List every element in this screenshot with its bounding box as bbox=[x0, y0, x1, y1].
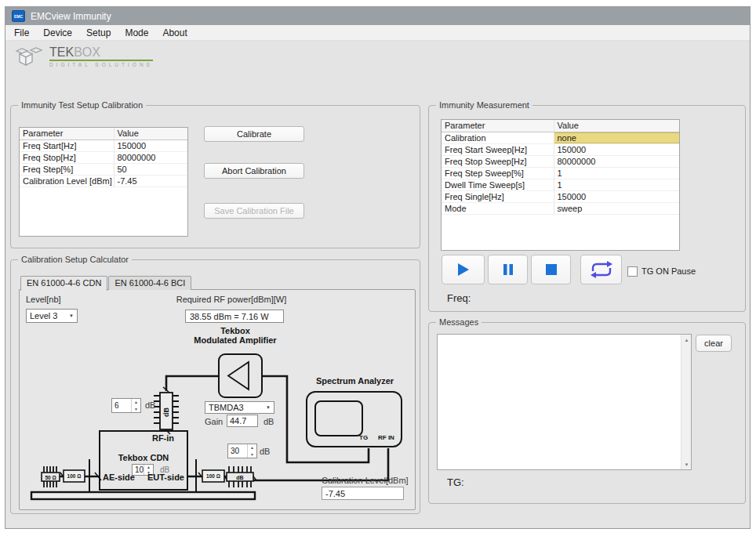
tab-en61000-4-6-bci[interactable]: EN 61000-4-6 BCI bbox=[108, 276, 191, 290]
table-row[interactable]: Freq Single[Hz]150000 bbox=[442, 190, 679, 202]
table-row[interactable]: Freq Step Sweep[%]1 bbox=[442, 167, 679, 179]
spectrum-analyzer-box: TG RF IN bbox=[306, 391, 402, 447]
table-cell[interactable]: sweep bbox=[554, 202, 679, 214]
scroll-down-icon[interactable]: ▼ bbox=[681, 459, 692, 469]
clear-button[interactable]: clear bbox=[696, 335, 732, 352]
table-cell[interactable]: Mode bbox=[442, 202, 554, 214]
amplifier-title-line1: Tekbox bbox=[157, 326, 314, 335]
table-cell[interactable]: 150000 bbox=[114, 139, 187, 151]
measurement-table[interactable]: ParameterValueCalibrationnoneFreq Start … bbox=[441, 119, 680, 251]
gain-label: Gain bbox=[205, 417, 223, 426]
calibration-table[interactable]: ParameterValueFreq Start[Hz]150000Freq S… bbox=[19, 127, 188, 237]
tg-on-pause-label: TG ON Pause bbox=[642, 266, 696, 276]
table-cell[interactable]: Freq Stop Sweep[Hz] bbox=[442, 155, 554, 167]
table-cell[interactable]: 50 bbox=[114, 163, 187, 175]
amplifier-title: Tekbox Modulated Amplifier bbox=[157, 326, 314, 345]
spin-down-icon[interactable]: ▼ bbox=[248, 451, 256, 458]
app-window: EMC EMCview Immunity FileDeviceSetupMode… bbox=[5, 6, 751, 529]
app-icon: EMC bbox=[12, 10, 25, 22]
attenuator-vertical-label: dB bbox=[162, 407, 170, 417]
table-cell[interactable]: 150000 bbox=[554, 190, 679, 202]
table-row[interactable]: Freq Start Sweep[Hz]150000 bbox=[442, 143, 679, 155]
amplifier-triangle-icon bbox=[220, 355, 261, 397]
loop-button[interactable] bbox=[580, 255, 622, 284]
menu-item-device[interactable]: Device bbox=[36, 26, 79, 40]
pre-attenuation-spinner[interactable]: 6 ▲▼ bbox=[111, 398, 141, 413]
menu-item-setup[interactable]: Setup bbox=[79, 26, 118, 40]
table-row[interactable]: Modesweep bbox=[442, 202, 679, 214]
termination-50ohm-label: 50 Ω bbox=[45, 475, 56, 480]
group-title: Immunity Measurement bbox=[436, 100, 532, 110]
spin-up-icon[interactable]: ▲ bbox=[132, 399, 140, 406]
table-cell[interactable]: 1 bbox=[554, 179, 679, 190]
table-row[interactable]: Calibrationnone bbox=[442, 132, 679, 143]
messages-scrollbar[interactable]: ▲ ▼ bbox=[681, 335, 691, 469]
spin-up-icon[interactable]: ▲ bbox=[248, 444, 256, 451]
table-cell[interactable]: Freq Step Sweep[%] bbox=[442, 167, 554, 179]
output-attenuation-unit: dB bbox=[260, 447, 270, 456]
table-row[interactable]: Calibration Level [dBm]-7.45 bbox=[20, 175, 187, 187]
tg-on-pause-checkbox[interactable] bbox=[627, 266, 638, 277]
ground-plane bbox=[31, 492, 255, 499]
table-cell[interactable]: 80000000 bbox=[114, 151, 187, 163]
gain-input[interactable] bbox=[227, 415, 258, 427]
calculator-group: Calibration Setup Calculator EN 61000-4-… bbox=[10, 259, 420, 514]
pause-icon bbox=[503, 263, 514, 276]
table-row[interactable]: Freq Stop Sweep[Hz]80000000 bbox=[442, 155, 679, 167]
calibration-level-field[interactable]: -7.45 bbox=[322, 487, 404, 500]
output-attenuation-spinner[interactable]: 30 ▲▼ bbox=[227, 444, 257, 458]
table-row[interactable]: Freq Start[Hz]150000 bbox=[20, 139, 187, 151]
output-attenuation-value: 30 bbox=[228, 444, 247, 458]
table-cell[interactable]: 80000000 bbox=[554, 155, 679, 167]
play-button[interactable] bbox=[442, 255, 485, 284]
tab-en61000-4-6-cdn[interactable]: EN 61000-4-6 CDN bbox=[20, 276, 107, 291]
column-header: Value bbox=[554, 120, 679, 132]
cdn-tab-panel: Level[nb] Level 3 ▼ Required RF power[dB… bbox=[19, 289, 416, 510]
stop-button[interactable] bbox=[531, 255, 571, 284]
table-row[interactable]: Dwell Time Sweep[s]1 bbox=[442, 179, 679, 190]
desktop: EMC EMCview Immunity FileDeviceSetupMode… bbox=[0, 0, 756, 536]
spin-down-icon[interactable]: ▼ bbox=[132, 406, 140, 413]
amplifier-title-line2: Modulated Amplifier bbox=[157, 335, 314, 345]
table-cell[interactable]: none bbox=[554, 132, 679, 143]
table-cell[interactable]: Calibration Level [dBm] bbox=[20, 175, 114, 187]
table-cell[interactable]: -7.45 bbox=[114, 175, 187, 187]
table-cell[interactable]: Freq Start Sweep[Hz] bbox=[442, 143, 554, 155]
messages-log[interactable]: ▲ ▼ bbox=[437, 334, 692, 470]
table-cell[interactable]: 150000 bbox=[554, 143, 679, 155]
save-calibration-file-button[interactable]: Save Calibration File bbox=[204, 203, 304, 219]
menu-item-mode[interactable]: Mode bbox=[118, 26, 155, 40]
calibration-group: Immunity Test Setup Calibration Paramete… bbox=[10, 105, 420, 248]
table-row[interactable]: Freq Stop[Hz]80000000 bbox=[20, 151, 187, 163]
table-cell[interactable]: Freq Single[Hz] bbox=[442, 190, 554, 202]
rf-in-port-label: RF IN bbox=[378, 434, 394, 441]
group-title: Immunity Test Setup Calibration bbox=[18, 100, 146, 110]
table-cell[interactable]: Dwell Time Sweep[s] bbox=[442, 179, 554, 190]
gain-unit-label: dB bbox=[264, 417, 274, 426]
table-cell[interactable]: Freq Start[Hz] bbox=[20, 139, 114, 151]
table-cell[interactable]: Calibration bbox=[442, 132, 554, 143]
amplifier-model-select[interactable]: TBMDA3 ▼ bbox=[205, 401, 274, 414]
menu-item-about[interactable]: About bbox=[155, 26, 194, 40]
table-cell[interactable]: Freq Step[%] bbox=[20, 163, 114, 175]
logo-rule bbox=[49, 60, 153, 61]
adapter-100ohm-left-label: 100 Ω bbox=[67, 473, 82, 479]
attenuator-output: dB bbox=[227, 466, 253, 487]
scroll-up-icon[interactable]: ▲ bbox=[681, 335, 692, 345]
tekbox-logo: TEKBOX DIGITAL SOLUTIONS bbox=[13, 45, 153, 68]
table-cell[interactable]: Freq Stop[Hz] bbox=[20, 151, 114, 163]
termination-50ohm: 50 Ω bbox=[42, 466, 60, 487]
pause-button[interactable] bbox=[488, 255, 528, 284]
title-bar: EMC EMCview Immunity bbox=[5, 7, 750, 25]
calibrate-button[interactable]: Calibrate bbox=[204, 126, 304, 142]
menu-item-file[interactable]: File bbox=[7, 26, 36, 40]
stop-icon bbox=[546, 264, 557, 275]
logo-brand-light: BOX bbox=[74, 45, 100, 59]
tg-readout-label: TG: bbox=[447, 476, 464, 488]
table-row[interactable]: Freq Step[%]50 bbox=[20, 163, 187, 175]
boxes-icon bbox=[13, 45, 45, 68]
logo-subtitle: DIGITAL SOLUTIONS bbox=[49, 62, 153, 67]
table-cell[interactable]: 1 bbox=[554, 167, 679, 179]
abort-calibration-button[interactable]: Abort Calibration bbox=[204, 163, 304, 179]
window-title: EMCview Immunity bbox=[31, 11, 111, 22]
